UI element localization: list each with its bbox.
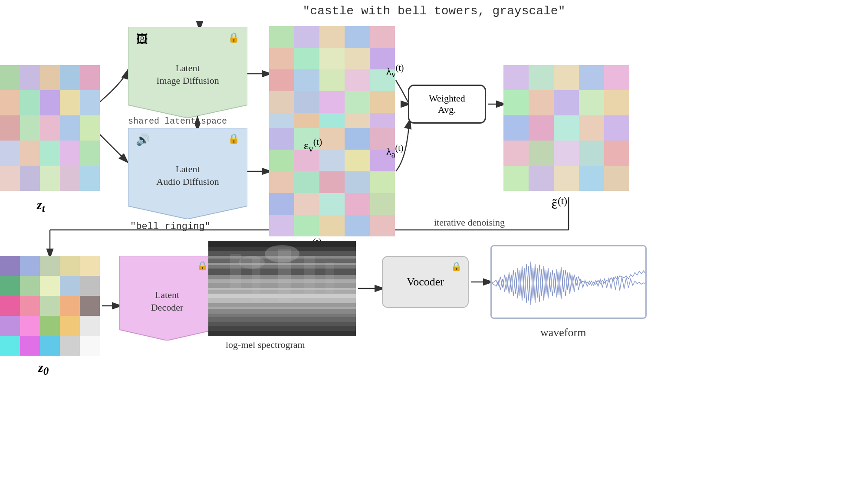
svg-rect-123	[0, 256, 20, 276]
svg-rect-42	[0, 65, 100, 191]
epsilon-tilde-label: ε̃(t)	[551, 195, 567, 212]
svg-point-178	[265, 245, 299, 262]
svg-rect-177	[326, 262, 334, 293]
svg-rect-126	[60, 256, 80, 276]
svg-rect-170	[208, 322, 356, 326]
epsilon-a-grid	[269, 128, 395, 236]
weighted-avg-box: Weighted Avg.	[408, 85, 486, 124]
svg-point-179	[239, 256, 265, 269]
z0-label: z0	[38, 360, 49, 377]
svg-rect-132	[80, 276, 100, 296]
zt-label: zt	[37, 197, 45, 215]
zt-grid	[0, 65, 100, 191]
svg-rect-125	[40, 256, 60, 276]
svg-rect-169	[208, 317, 356, 322]
svg-rect-129	[20, 276, 40, 296]
svg-rect-141	[60, 316, 80, 336]
spectrogram-image	[208, 241, 356, 336]
svg-rect-130	[40, 276, 60, 296]
shared-latent-space-label: shared latent space	[128, 116, 227, 126]
latent-audio-label: Latent Audio Diffusion	[156, 163, 219, 188]
svg-rect-128	[0, 276, 20, 296]
latent-audio-diffusion-box: 🔊 🔒 Latent Audio Diffusion	[128, 128, 247, 219]
svg-rect-96	[269, 128, 395, 236]
lock-icon-audio: 🔒	[228, 133, 240, 144]
svg-rect-122	[503, 65, 629, 191]
svg-rect-176	[304, 256, 315, 295]
svg-rect-171	[208, 326, 356, 331]
lambda-v-label: λv(t)	[386, 63, 404, 79]
lock-icon-decoder: 🔒	[197, 260, 208, 271]
lock-icon-image: 🔒	[228, 32, 240, 43]
svg-rect-138	[0, 316, 20, 336]
vocoder-label: Vocoder	[407, 275, 444, 288]
epsilon-v-grid	[269, 26, 395, 134]
svg-rect-145	[40, 336, 60, 356]
svg-rect-139	[20, 316, 40, 336]
latent-decoder-box: 🔒 Latent Decoder	[119, 256, 215, 341]
waveform-box	[490, 245, 647, 319]
svg-rect-167	[208, 309, 356, 314]
log-mel-label: log-mel spectrogram	[226, 339, 305, 350]
svg-rect-166	[208, 307, 356, 309]
svg-rect-143	[0, 336, 20, 356]
top-caption: "castle with bell towers, grayscale"	[303, 4, 566, 18]
lock-icon-vocoder: 🔒	[451, 261, 462, 272]
lambda-a-label: λa(t)	[386, 143, 403, 160]
svg-rect-136	[60, 296, 80, 316]
svg-rect-140	[40, 316, 60, 336]
iterative-denoising-label: iterative denoising	[434, 217, 505, 228]
svg-rect-168	[208, 314, 356, 317]
speaker-icon: 🔊	[136, 133, 150, 147]
svg-rect-124	[20, 256, 40, 276]
waveform-label: waveform	[540, 326, 586, 339]
epsilon-v-label: εv(t)	[304, 137, 322, 154]
weighted-avg-line1: Weighted	[429, 93, 465, 104]
vocoder-box: 🔒 Vocoder	[382, 256, 469, 308]
svg-rect-165	[208, 303, 356, 307]
svg-rect-127	[80, 256, 100, 276]
latent-decoder-label: Latent Decoder	[151, 289, 184, 314]
svg-rect-172	[208, 331, 356, 336]
bell-ringing-label: "bell ringing"	[130, 221, 210, 232]
svg-rect-146	[60, 336, 80, 356]
result-grid	[503, 65, 629, 191]
svg-rect-142	[80, 316, 100, 336]
svg-rect-131	[60, 276, 80, 296]
image-icon: 🖼	[136, 32, 148, 46]
svg-rect-173	[230, 254, 241, 288]
svg-rect-147	[80, 336, 100, 356]
svg-rect-135	[40, 296, 60, 316]
latent-image-diffusion-box: 🖼 🔒 Latent Image Diffusion	[128, 27, 247, 118]
weighted-avg-line2: Avg.	[438, 104, 456, 115]
svg-rect-134	[20, 296, 40, 316]
svg-rect-133	[0, 296, 20, 316]
latent-image-label: Latent Image Diffusion	[156, 62, 219, 87]
z0-grid	[0, 256, 100, 356]
svg-rect-144	[20, 336, 40, 356]
svg-rect-70	[269, 26, 395, 134]
svg-rect-137	[80, 296, 100, 316]
